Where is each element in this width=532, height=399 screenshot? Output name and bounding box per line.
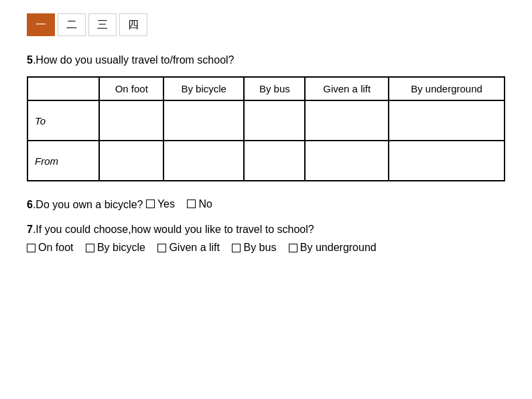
row-label-to: To — [27, 100, 99, 141]
q6-number: 6 — [27, 199, 33, 210]
row-to-on-foot — [99, 100, 163, 141]
table-header-empty — [27, 77, 99, 100]
row-from-by-bus — [244, 141, 305, 181]
q7-by-underground-label: By underground — [300, 238, 377, 256]
q7-by-bicycle-checkbox[interactable] — [86, 244, 94, 252]
row-to-given-lift — [305, 100, 389, 141]
q7-on-foot-option[interactable]: On foot — [27, 238, 73, 256]
q6-no-checkbox[interactable] — [187, 200, 196, 208]
question-6: 6.Do you own a bicycle? Yes No — [27, 195, 505, 214]
q7-on-foot-label: On foot — [38, 238, 73, 256]
q7-by-underground-checkbox[interactable] — [289, 244, 297, 252]
q7-by-bicycle-label: By bicycle — [97, 238, 145, 256]
q7-by-bus-label: By bus — [243, 238, 276, 256]
table-row-to: To — [27, 100, 505, 141]
q7-text: .If you could choose,how would you like … — [33, 224, 314, 235]
tab-4[interactable]: 四 — [119, 13, 147, 36]
q7-on-foot-checkbox[interactable] — [27, 244, 36, 252]
q6-text: .Do you own a bicycle? — [33, 199, 143, 210]
table-header-by-bicycle: By bicycle — [163, 77, 244, 100]
q7-given-lift-checkbox[interactable] — [157, 244, 166, 252]
row-to-by-underground — [389, 100, 505, 141]
table-row-from: From — [27, 141, 505, 181]
q7-given-lift-option[interactable]: Given a lift — [157, 238, 220, 256]
table-header-on-foot: On foot — [99, 77, 163, 100]
q7-by-bus-checkbox[interactable] — [232, 244, 241, 252]
q6-yes-option[interactable]: Yes — [146, 195, 175, 213]
question-5: 5.How do you usually travel to/from scho… — [27, 52, 505, 68]
tab-bar: 一 二 三 四 — [27, 13, 505, 36]
table-header-row: On foot By bicycle By bus Given a lift B… — [27, 77, 505, 100]
tab-2[interactable]: 二 — [58, 13, 86, 36]
q6-yes-label: Yes — [157, 195, 175, 213]
row-from-by-bicycle — [163, 141, 244, 181]
row-label-from: From — [27, 141, 99, 181]
table-header-by-bus: By bus — [244, 77, 305, 100]
q7-by-bicycle-option[interactable]: By bicycle — [86, 238, 145, 256]
q7-by-bus-option[interactable]: By bus — [232, 238, 276, 256]
tab-1[interactable]: 一 — [27, 13, 55, 36]
row-to-by-bus — [244, 100, 305, 141]
q5-number: 5 — [27, 54, 33, 66]
row-from-given-lift — [305, 141, 389, 181]
q7-number: 7 — [27, 224, 33, 235]
table-header-given-lift: Given a lift — [305, 77, 389, 100]
q6-no-option[interactable]: No — [187, 195, 212, 213]
row-to-by-bicycle — [163, 100, 244, 141]
q5-text: .How do you usually travel to/from schoo… — [33, 54, 235, 66]
row-from-by-underground — [389, 141, 505, 181]
row-from-on-foot — [99, 141, 163, 181]
q6-no-label: No — [198, 195, 212, 213]
question-7: 7.If you could choose,how would you like… — [27, 220, 505, 257]
q7-by-underground-option[interactable]: By underground — [289, 238, 377, 256]
tab-3[interactable]: 三 — [88, 13, 117, 36]
table-header-by-underground: By underground — [389, 77, 505, 100]
q6-yes-checkbox[interactable] — [146, 200, 155, 208]
q7-given-lift-label: Given a lift — [169, 238, 220, 256]
travel-table: On foot By bicycle By bus Given a lift B… — [27, 76, 505, 181]
